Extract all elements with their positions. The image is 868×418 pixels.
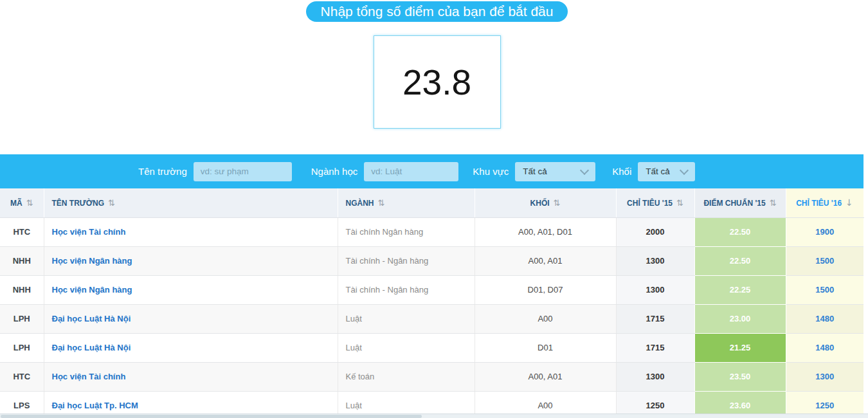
school-code-cell: NHH <box>0 275 44 304</box>
column-header-major[interactable]: NGÀNH <box>338 188 475 217</box>
cutoff15-cell: 21.25 <box>694 333 786 362</box>
column-header-label: MÃ <box>10 199 23 208</box>
blocks-cell: D01, D07 <box>475 275 616 304</box>
table-header-row: MÃ TÊN TRƯỜNG NGÀNH KHỐI CHỈ TIÊU '15 <box>0 188 863 217</box>
major-cell: Tài chính Ngân hàng <box>338 217 475 246</box>
school-link[interactable]: Đại học Luật Tp. HCM <box>52 401 138 410</box>
school-link[interactable]: Học viện Tài chính <box>52 227 126 237</box>
school-link[interactable]: Đại học Luật Hà Nội <box>52 314 131 323</box>
school-cell: Học viện Ngân hàng <box>44 246 338 275</box>
school-cell: Đại học Luật Hà Nội <box>44 333 338 362</box>
quota15-cell: 1300 <box>616 362 694 391</box>
filter-bar: Tên trường Ngành học Khu vực Tất cả Khối… <box>0 154 863 188</box>
quota15-cell: 2000 <box>616 217 694 246</box>
column-header-school[interactable]: TÊN TRƯỜNG <box>44 188 338 217</box>
column-header-label: KHỐI <box>530 199 550 208</box>
quota15-cell: 1300 <box>616 275 694 304</box>
column-header-label: NGÀNH <box>346 199 374 208</box>
school-cell: Học viện Ngân hàng <box>44 275 338 304</box>
column-header-label: TÊN TRƯỜNG <box>52 199 105 208</box>
quota15-cell: 1715 <box>616 333 694 362</box>
table-body: HTC Học viện Tài chính Tài chính Ngân hà… <box>0 217 863 418</box>
score-box-wrap <box>0 35 863 129</box>
region-select-value: Tất cả <box>523 167 547 176</box>
major-cell: Luật <box>338 304 475 333</box>
column-header-quota16[interactable]: CHỈ TIÊU '16 <box>786 188 863 217</box>
quota16-cell: 1900 <box>786 217 863 246</box>
school-cell: Học viện Tài chính <box>44 362 338 391</box>
column-header-label: CHỈ TIÊU '15 <box>627 199 673 208</box>
school-link[interactable]: Học viện Ngân hàng <box>52 285 132 295</box>
column-header-blocks[interactable]: KHỐI <box>475 188 616 217</box>
blocks-cell: A00, A01 <box>475 362 616 391</box>
school-link[interactable]: Học viện Ngân hàng <box>52 256 132 266</box>
school-filter-label: Tên trường <box>138 166 187 177</box>
table-row: HTC Học viện Tài chính Kế toán A00, A01 … <box>0 362 863 391</box>
block-filter-label: Khối <box>612 166 631 177</box>
cutoff15-cell: 22.50 <box>694 246 786 275</box>
table-row: NHH Học viện Ngân hàng Tài chính - Ngân … <box>0 246 863 275</box>
sort-icon <box>108 198 115 208</box>
quota16-cell: 1480 <box>786 304 863 333</box>
major-filter-label: Ngành học <box>311 166 358 177</box>
cutoff15-cell: 23.50 <box>694 362 786 391</box>
blocks-cell: A00 <box>475 304 616 333</box>
school-code-cell: HTC <box>0 217 44 246</box>
blocks-cell: D01 <box>475 333 616 362</box>
table-row: LPH Đại học Luật Hà Nội Luật D01 1715 21… <box>0 333 863 362</box>
cutoff15-cell: 22.50 <box>694 217 786 246</box>
region-filter-label: Khu vực <box>473 166 509 177</box>
banner-wrap: Nhập tổng số điểm của bạn để bắt đầu <box>0 0 863 22</box>
blocks-cell: A00, A01 <box>475 246 616 275</box>
school-link[interactable]: Học viện Tài chính <box>52 372 126 381</box>
major-filter-input[interactable] <box>364 162 458 181</box>
table-row: LPH Đại học Luật Hà Nội Luật A00 1715 23… <box>0 304 863 333</box>
quota16-cell: 1480 <box>786 333 863 362</box>
school-code-cell: NHH <box>0 246 44 275</box>
results-table: MÃ TÊN TRƯỜNG NGÀNH KHỐI CHỈ TIÊU '15 <box>0 188 864 418</box>
chevron-down-icon <box>580 165 589 174</box>
column-header-cutoff15[interactable]: ĐIỂM CHUẨN '15 <box>694 188 786 217</box>
school-code-cell: LPH <box>0 333 44 362</box>
school-cell: Học viện Tài chính <box>44 217 338 246</box>
column-header-label: ĐIỂM CHUẨN '15 <box>703 199 765 208</box>
block-select[interactable]: Tất cả <box>638 162 695 181</box>
scrollbar-thumb[interactable] <box>1 415 422 418</box>
school-code-cell: LPH <box>0 304 44 333</box>
sort-icon <box>378 198 385 208</box>
score-entry-banner: Nhập tổng số điểm của bạn để bắt đầu <box>306 1 568 22</box>
sort-icon <box>26 198 33 208</box>
blocks-cell: A00, A01, D01 <box>475 217 616 246</box>
quota16-cell: 1500 <box>786 275 863 304</box>
quota16-cell: 1300 <box>786 362 863 391</box>
column-header-label: CHỈ TIÊU '16 <box>796 199 842 208</box>
chevron-down-icon <box>680 165 689 174</box>
quota15-cell: 1300 <box>616 246 694 275</box>
block-select-value: Tất cả <box>646 167 670 176</box>
column-header-quota15[interactable]: CHỈ TIÊU '15 <box>616 188 694 217</box>
score-input[interactable] <box>374 35 501 129</box>
quota16-cell: 1500 <box>786 246 863 275</box>
horizontal-scrollbar[interactable] <box>0 413 868 418</box>
quota15-cell: 1715 <box>616 304 694 333</box>
cutoff15-cell: 22.25 <box>694 275 786 304</box>
school-filter-input[interactable] <box>194 162 292 181</box>
major-cell: Luật <box>338 333 475 362</box>
cutoff15-cell: 23.00 <box>694 304 786 333</box>
school-link[interactable]: Đại học Luật Hà Nội <box>52 343 131 352</box>
major-cell: Tài chính - Ngân hàng <box>338 246 475 275</box>
major-cell: Kế toán <box>338 362 475 391</box>
page: Nhập tổng số điểm của bạn để bắt đầu Tên… <box>0 0 868 418</box>
major-cell: Tài chính - Ngân hàng <box>338 275 475 304</box>
table-row: HTC Học viện Tài chính Tài chính Ngân hà… <box>0 217 863 246</box>
sort-icon <box>676 198 683 208</box>
sort-icon <box>554 198 561 208</box>
column-header-code[interactable]: MÃ <box>0 188 44 217</box>
school-code-cell: HTC <box>0 362 44 391</box>
region-select[interactable]: Tất cả <box>515 162 595 181</box>
sort-icon <box>770 198 777 208</box>
table-row: NHH Học viện Ngân hàng Tài chính - Ngân … <box>0 275 863 304</box>
school-cell: Đại học Luật Hà Nội <box>44 304 338 333</box>
sort-desc-icon <box>845 198 853 208</box>
